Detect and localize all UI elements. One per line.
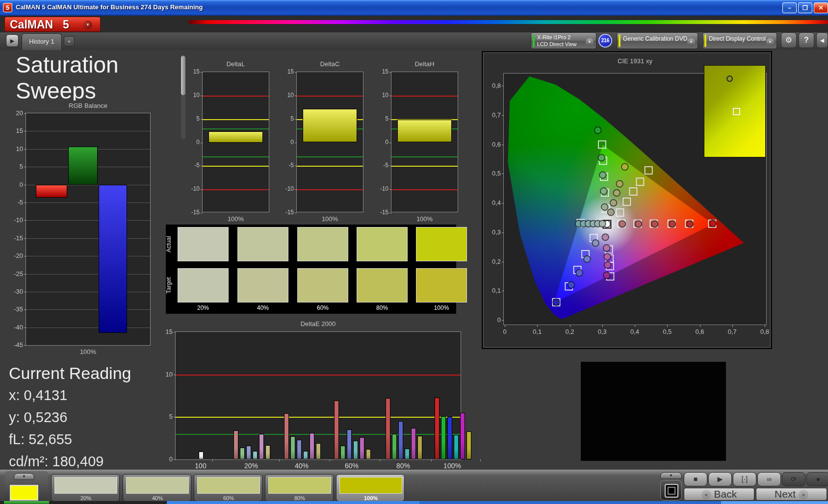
cie-measurement-point — [568, 281, 575, 288]
y-tick-label: -40 — [5, 324, 23, 331]
y-tick-label: -15 — [277, 209, 294, 216]
ref-line — [203, 189, 269, 190]
collapse-toolbar-button[interactable]: ◀ — [816, 32, 828, 48]
deltae-bar — [360, 437, 364, 459]
cie-measurement-point — [600, 188, 607, 195]
tab-scroll-button[interactable]: ▶ — [6, 34, 19, 47]
window-title: CalMAN 5 CalMAN Ultimate for Business 27… — [16, 3, 203, 11]
cie-measurement-point — [602, 234, 609, 241]
display-status-bar — [704, 34, 706, 47]
ref-line — [203, 166, 269, 167]
current-reading-fl: fL: 52,655 — [9, 431, 72, 448]
cie-measurement-point — [651, 221, 658, 227]
y-tick-label: 5 — [183, 115, 200, 122]
transport-loop-button[interactable]: ∞ — [757, 472, 781, 486]
delta-bar — [208, 131, 263, 143]
cie-x-tick-label: 0,7 — [723, 328, 742, 335]
scrollbar-thumb[interactable] — [181, 56, 185, 95]
restore-button[interactable]: ❐ — [798, 2, 812, 13]
display-control-dropdown[interactable]: Direct Display Control ▼ — [702, 32, 777, 49]
y-tick-label: 5 — [5, 163, 23, 170]
source-dropdown[interactable]: Generic Calibration DVD ▼ — [617, 32, 698, 49]
cie-x-tick — [667, 325, 668, 327]
y-tick — [24, 309, 26, 310]
cie-y-tick — [502, 115, 504, 116]
y-tick — [295, 213, 297, 213]
y-tick-label: 10 — [159, 371, 173, 378]
x-tick — [380, 459, 380, 461]
y-tick-label: -5 — [5, 199, 23, 206]
swatch-col-label: 40% — [237, 304, 288, 311]
cie-measurement-point — [599, 220, 606, 227]
swatch-col-label: 20% — [178, 304, 229, 311]
swatch-row-label: Target — [165, 271, 172, 300]
transport-play-button[interactable]: ▶ — [708, 472, 732, 486]
next-button[interactable]: Next » — [756, 488, 827, 501]
deltae-group-label: 20% — [236, 462, 266, 470]
deltae-bar — [259, 434, 264, 459]
x-tick — [212, 459, 213, 461]
y-tick — [24, 345, 26, 346]
cie-measurement-point — [669, 221, 676, 227]
inset-measurement-marker — [726, 76, 733, 82]
logo-brand: CalMAN — [10, 18, 53, 31]
delta-chart-title: DeltaC — [296, 60, 363, 68]
deltae-bar — [265, 445, 270, 460]
rgb-balance-title: RGB Balance — [26, 102, 151, 109]
cie-measurement-point — [604, 262, 611, 269]
deltae-group-label: 60% — [337, 462, 366, 470]
cie-measurement-point — [610, 200, 617, 206]
y-tick — [201, 143, 203, 143]
meter-reading-badge: 216 — [598, 34, 612, 48]
tab-history-1[interactable]: History 1 — [22, 33, 62, 50]
current-reading-cdm2: cd/m²: 180,409 — [9, 454, 104, 470]
delta-chart-deltal: 151050-5-10-15 — [202, 72, 269, 212]
page-title-line1: Saturation — [16, 52, 178, 78]
rgb-bar-green — [68, 147, 98, 185]
x-tick — [431, 459, 432, 461]
minimize-button[interactable]: – — [782, 2, 797, 13]
deltae-bar — [199, 452, 204, 459]
taskbar-sliver — [0, 501, 828, 504]
loop-icon: ∞ — [767, 475, 772, 483]
back-button[interactable]: « Back — [684, 488, 754, 501]
cie-x-tick-label: 0,8 — [755, 328, 775, 335]
transport-stop-button[interactable]: ■ — [684, 472, 707, 486]
y-tick — [24, 113, 26, 114]
cie-measurement-point — [595, 127, 601, 134]
target-swatch-60% — [297, 268, 348, 302]
y-tick — [24, 202, 26, 203]
calman-menu-button[interactable]: CalMAN 5 ▼ — [4, 17, 101, 32]
cie-1931-panel: CIE 1931 xy 00,10,20,30,40,50,60,70,800,… — [482, 51, 772, 349]
cie-title: CIE 1931 xy — [503, 57, 767, 65]
meter-dropdown[interactable]: X-Rite i1Pro 2 LCD Direct View ▼ — [531, 32, 596, 49]
add-tab-button[interactable]: + — [64, 36, 75, 47]
close-button[interactable]: ✕ — [814, 2, 828, 13]
help-button[interactable]: ? — [799, 32, 814, 48]
y-tick — [389, 213, 391, 213]
y-tick — [24, 238, 26, 239]
actual-swatch-40% — [237, 227, 288, 261]
y-tick-label: -45 — [5, 341, 23, 349]
transport-frame-advance-button[interactable]: [·] — [733, 472, 756, 486]
cie-measurement-point — [584, 256, 591, 263]
settings-button[interactable]: ⚙ — [781, 32, 797, 48]
y-tick — [389, 72, 391, 73]
y-tick-label: 10 — [5, 145, 23, 152]
y-tick-label: -5 — [277, 162, 294, 169]
pattern-preview-window — [581, 362, 726, 461]
y-tick-label: 15 — [372, 68, 388, 75]
rgb-bar-blue — [99, 185, 127, 333]
x-tick — [279, 459, 280, 461]
frame-advance-icon: [·] — [742, 475, 748, 483]
y-tick-label: -15 — [5, 234, 23, 242]
gear-icon: ⚙ — [785, 36, 792, 44]
y-tick — [174, 332, 176, 332]
next-label: Next — [775, 488, 796, 500]
deltae-bar — [460, 413, 465, 459]
y-tick — [295, 143, 297, 143]
refresh-icon: ⟳ — [791, 475, 797, 483]
meter-line1: X-Rite i1Pro 2 — [537, 34, 570, 40]
y-tick-label: -10 — [277, 185, 294, 192]
taskbar-start-sliver — [4, 501, 49, 504]
